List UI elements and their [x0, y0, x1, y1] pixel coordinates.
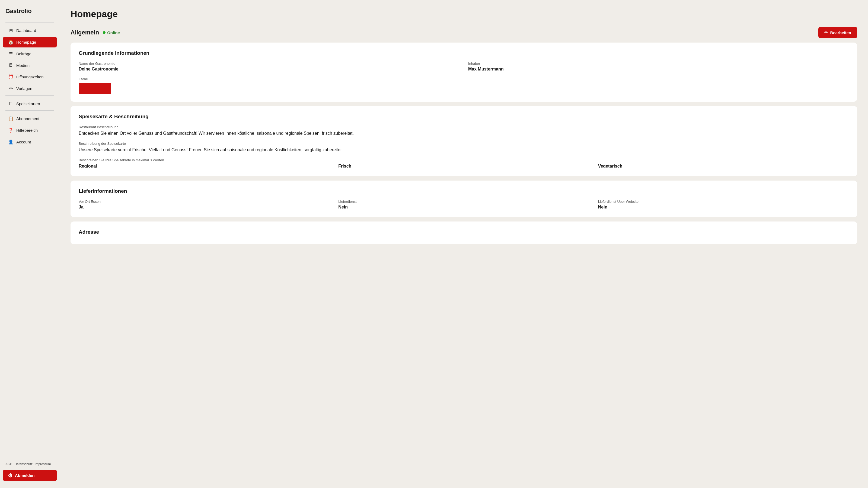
sidebar-label-medien: Medien: [16, 63, 30, 68]
label-speisekarte-beschreibung: Beschreibung der Speisekarte: [79, 141, 849, 145]
logout-label: Abmelden: [15, 473, 35, 478]
logout-button[interactable]: ⏻ Abmelden: [3, 470, 57, 481]
status-badge: Online: [103, 30, 120, 35]
agb-link[interactable]: AGB: [5, 462, 12, 466]
card-title-speisekarte: Speisekarte & Beschreibung: [79, 113, 849, 120]
status-dot: [103, 31, 105, 34]
sidebar-label-oeffnungszeiten: Öffnungszeiten: [16, 74, 44, 79]
sidebar-item-hilfebereich[interactable]: ❓ Hilfebereich: [3, 125, 57, 135]
impressum-link[interactable]: Impressum: [35, 462, 51, 466]
beitraege-icon: ☰: [8, 51, 13, 56]
section-title: Allgemein: [70, 29, 99, 36]
sidebar-item-homepage[interactable]: 🏠 Homepage: [3, 37, 57, 47]
page-title: Homepage: [70, 9, 857, 19]
logout-icon: ⏻: [8, 473, 12, 478]
card-grundlegende: Grundlegende Informationen Name der Gast…: [70, 42, 857, 102]
sidebar-label-abonnement: Abonnement: [16, 116, 39, 121]
sidebar-item-account[interactable]: 👤 Account: [3, 137, 57, 147]
field-lieferdienst: Lieferdienst Nein: [338, 199, 589, 209]
medien-icon: 🖹: [8, 63, 13, 68]
label-vor-ort: Vor Ort Essen: [79, 199, 330, 204]
section-header: Allgemein Online ✏ Bearbeiten: [70, 27, 857, 38]
field-gastronomie-name: Name der Gastronomie Deine Gastronomie: [79, 62, 460, 72]
sidebar-divider-mid1: [5, 95, 54, 96]
value-lieferdienst-website: Nein: [598, 205, 849, 209]
sidebar-label-beitraege: Beiträge: [16, 52, 31, 56]
sidebar-item-vorlagen[interactable]: ✏ Vorlagen: [3, 83, 57, 94]
card-title-adresse: Adresse: [79, 229, 849, 235]
grundlegende-grid: Name der Gastronomie Deine Gastronomie I…: [79, 62, 849, 72]
vorlagen-icon: ✏: [8, 86, 13, 91]
edit-button-label: Bearbeiten: [830, 30, 851, 35]
sidebar-label-account: Account: [16, 140, 31, 144]
card-lieferinfo: Lieferinformationen Vor Ort Essen Ja Lie…: [70, 181, 857, 217]
field-speisekarte-beschreibung: Beschreibung der Speisekarte Unsere Spei…: [79, 141, 849, 153]
label-lieferdienst: Lieferdienst: [338, 199, 589, 204]
label-inhaber: Inhaber: [468, 62, 849, 66]
oeffnungszeiten-icon: ⏰: [8, 74, 13, 79]
abonnement-icon: 📋: [8, 116, 13, 121]
sidebar-label-vorlagen: Vorlagen: [16, 86, 32, 91]
color-swatch: [79, 83, 111, 94]
speisekarten-icon: 🗒: [8, 101, 13, 106]
edit-button[interactable]: ✏ Bearbeiten: [818, 27, 857, 38]
card-speisekarte: Speisekarte & Beschreibung Restaurant Be…: [70, 106, 857, 176]
value-lieferdienst: Nein: [338, 205, 589, 209]
status-label: Online: [107, 30, 120, 35]
sidebar: Gastrolio ⊞ Dashboard 🏠 Homepage ☰ Beitr…: [0, 0, 60, 488]
label-farbe: Farbe: [79, 77, 849, 81]
sidebar-item-speisekarten[interactable]: 🗒 Speisekarten: [3, 98, 57, 109]
label-gastronomie-name: Name der Gastronomie: [79, 62, 460, 66]
sidebar-divider-top: [5, 22, 54, 23]
main-content: Homepage Allgemein Online ✏ Bearbeiten G…: [60, 0, 868, 488]
sidebar-item-beitraege[interactable]: ☰ Beiträge: [3, 48, 57, 59]
field-inhaber: Inhaber Max Mustermann: [468, 62, 849, 72]
hilfebereich-icon: ❓: [8, 128, 13, 133]
account-icon: 👤: [8, 139, 13, 144]
section-header-left: Allgemein Online: [70, 29, 120, 36]
label-lieferdienst-website: Lieferdienst Über Website: [598, 199, 849, 204]
value-vor-ort: Ja: [79, 205, 330, 209]
farbe-section: Farbe: [79, 77, 849, 94]
datenschutz-link[interactable]: Datenschutz: [14, 462, 33, 466]
footer-links: AGB Datenschutz Impressum: [0, 460, 60, 468]
label-speisekarte-woerter: Beschreiben Sie Ihre Speisekarte in maxi…: [79, 158, 849, 162]
value-restaurant-beschreibung: Entdecken Sie einen Ort voller Genuss un…: [79, 130, 849, 137]
dashboard-icon: ⊞: [8, 28, 13, 33]
sidebar-footer: AGB Datenschutz Impressum ⏻ Abmelden: [0, 460, 60, 483]
value-inhaber: Max Mustermann: [468, 67, 849, 72]
pencil-icon: ✏: [824, 30, 828, 35]
field-speisekarte-woerter: Beschreiben Sie Ihre Speisekarte in maxi…: [79, 158, 849, 169]
sidebar-label-homepage: Homepage: [16, 40, 36, 44]
card-title-grundlegende: Grundlegende Informationen: [79, 50, 849, 56]
homepage-icon: 🏠: [8, 40, 13, 45]
field-restaurant-beschreibung: Restaurant Beschreibung Entdecken Sie ei…: [79, 125, 849, 137]
app-logo: Gastrolio: [0, 8, 60, 21]
wort-2: Frisch: [338, 164, 589, 169]
card-title-lieferinfo: Lieferinformationen: [79, 188, 849, 194]
sidebar-label-dashboard: Dashboard: [16, 28, 36, 33]
sidebar-item-dashboard[interactable]: ⊞ Dashboard: [3, 25, 57, 36]
label-restaurant-beschreibung: Restaurant Beschreibung: [79, 125, 849, 129]
wort-1: Regional: [79, 164, 330, 169]
value-speisekarte-beschreibung: Unsere Speisekarte vereint Frische, Viel…: [79, 147, 849, 153]
card-adresse: Adresse: [70, 222, 857, 244]
sidebar-item-oeffnungszeiten[interactable]: ⏰ Öffnungszeiten: [3, 72, 57, 82]
sidebar-label-hilfebereich: Hilfebereich: [16, 128, 38, 133]
sidebar-item-medien[interactable]: 🖹 Medien: [3, 60, 57, 70]
lieferinfo-grid: Vor Ort Essen Ja Lieferdienst Nein Liefe…: [79, 199, 849, 209]
sidebar-label-speisekarten: Speisekarten: [16, 101, 40, 106]
value-gastronomie-name: Deine Gastronomie: [79, 67, 460, 72]
sidebar-item-abonnement[interactable]: 📋 Abonnement: [3, 113, 57, 124]
woerter-grid: Regional Frisch Vegetarisch: [79, 164, 849, 169]
wort-3: Vegetarisch: [598, 164, 849, 169]
field-lieferdienst-website: Lieferdienst Über Website Nein: [598, 199, 849, 209]
field-vor-ort: Vor Ort Essen Ja: [79, 199, 330, 209]
